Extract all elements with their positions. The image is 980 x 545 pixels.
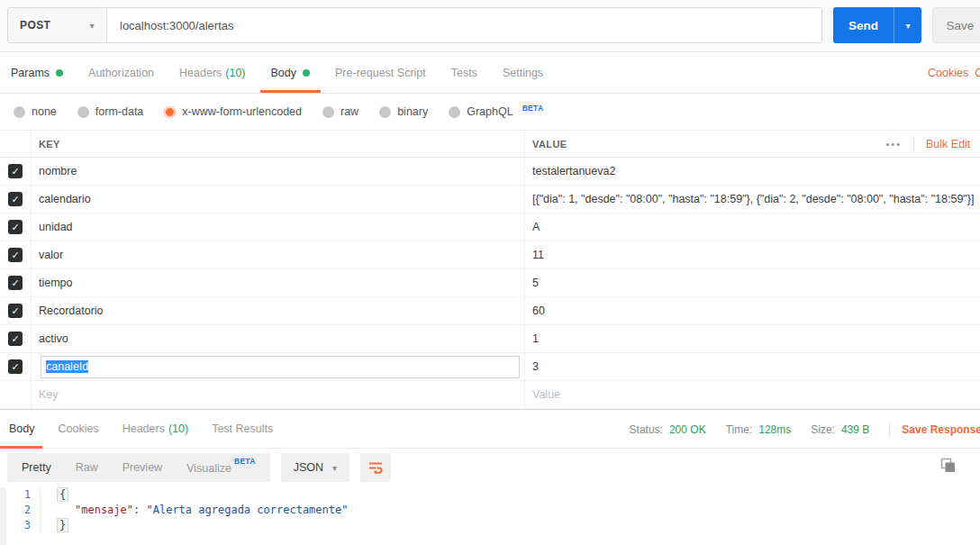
size-label: Size:: [811, 423, 835, 436]
table-row: unidad A: [0, 213, 980, 241]
open-brace[interactable]: {: [57, 487, 68, 502]
tab-params[interactable]: Params: [11, 52, 63, 93]
row-checkbox[interactable]: [8, 359, 23, 374]
value-input-placeholder[interactable]: Value: [525, 381, 980, 408]
chevron-down-icon: ▾: [90, 21, 95, 31]
key-input[interactable]: canaleId: [41, 356, 520, 378]
row-checkbox[interactable]: [8, 164, 23, 178]
view-tab-visualize[interactable]: VisualizeBETA: [186, 460, 256, 475]
response-tab-test-results[interactable]: Test Results: [212, 410, 273, 448]
key-cell[interactable]: nombre: [32, 158, 525, 185]
value-cell[interactable]: testalertanueva2: [525, 158, 980, 185]
bulk-edit-link[interactable]: Bulk Edit: [926, 138, 980, 150]
code-link[interactable]: Code: [975, 67, 980, 79]
method-select[interactable]: POST ▾: [8, 8, 107, 42]
mode-form-data[interactable]: form-data: [77, 105, 144, 118]
selected-text: canaleId: [46, 360, 88, 373]
request-tabs-links: Cookies Code: [928, 52, 980, 93]
view-tab-pretty[interactable]: Pretty: [22, 461, 51, 474]
status-label: Status:: [630, 423, 663, 436]
table-row: calendario [{"dia": 1, "desde": "08:00",…: [0, 186, 980, 213]
value-cell[interactable]: 11: [525, 241, 980, 268]
tab-headers[interactable]: Headers(10): [179, 52, 245, 93]
beta-badge: BETA: [234, 457, 256, 466]
value-cell[interactable]: [{"dia": 1, "desde": "08:00", "hasta": "…: [525, 186, 980, 213]
value-cell[interactable]: 1: [525, 325, 980, 352]
value-cell[interactable]: A: [525, 213, 980, 241]
view-mode-tabs: Pretty Raw Preview VisualizeBETA: [7, 453, 270, 482]
row-checkbox[interactable]: [8, 192, 23, 206]
save-response-link[interactable]: Save Response: [902, 423, 980, 436]
value-cell[interactable]: 5: [525, 269, 980, 296]
row-checkbox[interactable]: [8, 220, 23, 234]
value-cell[interactable]: 3: [525, 353, 980, 380]
response-body-viewer[interactable]: 1 { 2 "mensaje": "Alerta agregada correc…: [0, 487, 980, 545]
table-row: activo 1: [0, 325, 980, 353]
mode-binary[interactable]: binary: [379, 105, 428, 118]
send-label: Send: [833, 7, 894, 43]
chevron-down-icon: ▾: [905, 21, 910, 31]
value-column-header: VALUE: [532, 139, 567, 150]
response-view-toolbar: Pretty Raw Preview VisualizeBETA JSON ▾: [7, 453, 391, 482]
table-row: Recordatorio 60: [0, 297, 980, 325]
green-dot-icon: [303, 69, 310, 77]
more-options-icon[interactable]: •••: [885, 139, 902, 150]
row-checkbox[interactable]: [8, 304, 23, 318]
urlencoded-table: KEY VALUE ••• Bulk Edit nombre testalert…: [0, 130, 980, 409]
key-cell[interactable]: activo: [32, 325, 525, 352]
row-checkbox[interactable]: [8, 276, 23, 290]
tab-tests[interactable]: Tests: [451, 52, 477, 93]
line-number: 1: [0, 487, 40, 503]
radio-icon: [77, 106, 89, 118]
status-badge: 200 OK: [669, 423, 706, 436]
save-button[interactable]: Save: [932, 7, 980, 43]
copy-response-button[interactable]: [940, 458, 957, 474]
view-tab-preview[interactable]: Preview: [122, 461, 162, 474]
code-line: 2 "mensaje": "Alerta agregada correctame…: [0, 503, 980, 518]
json-colon: :: [133, 504, 140, 516]
key-cell[interactable]: valor: [32, 241, 525, 268]
beta-badge: BETA: [522, 104, 544, 113]
headers-count-badge: (10): [225, 67, 245, 79]
response-tab-body[interactable]: Body: [9, 410, 35, 448]
row-checkbox[interactable]: [8, 332, 23, 346]
divider: [889, 422, 890, 437]
table-header-row: KEY VALUE ••• Bulk Edit: [0, 130, 980, 158]
checkbox-column-header: [0, 131, 32, 157]
url-input[interactable]: localhost:3000/alertas: [107, 8, 821, 42]
tab-body[interactable]: Body: [271, 52, 311, 93]
copy-icon: [940, 458, 957, 474]
key-input-placeholder[interactable]: Key: [32, 381, 525, 408]
value-cell[interactable]: 60: [525, 297, 980, 324]
format-select[interactable]: JSON ▾: [281, 453, 349, 482]
code-line: 1 {: [0, 487, 980, 503]
code-line: 3 }: [0, 518, 980, 533]
send-options-button[interactable]: ▾: [894, 7, 921, 43]
tab-pre-request-script[interactable]: Pre-request Script: [335, 52, 426, 93]
tab-settings[interactable]: Settings: [503, 52, 543, 93]
json-key: "mensaje": [75, 504, 133, 516]
close-brace[interactable]: }: [57, 518, 68, 532]
view-tab-raw[interactable]: Raw: [76, 461, 98, 474]
tab-authorization[interactable]: Authorization: [88, 52, 154, 93]
key-cell[interactable]: unidad: [32, 213, 525, 241]
headers-count-badge: (10): [168, 422, 188, 435]
response-tab-headers[interactable]: Headers(10): [122, 410, 188, 448]
response-tab-cookies[interactable]: Cookies: [59, 410, 99, 448]
response-meta: Status: 200 OK Time: 128ms Size: 439 B S…: [630, 410, 980, 449]
row-checkbox[interactable]: [8, 248, 23, 262]
response-panel: Body Cookies Headers(10) Test Results St…: [0, 409, 980, 545]
wrap-lines-button[interactable]: [360, 453, 391, 482]
mode-graphql[interactable]: GraphQLBETA: [449, 105, 543, 118]
key-cell[interactable]: tiempo: [32, 269, 525, 296]
cookies-link[interactable]: Cookies: [928, 67, 968, 79]
chevron-down-icon: ▾: [332, 463, 337, 473]
key-cell[interactable]: Recordatorio: [32, 297, 525, 324]
mode-raw[interactable]: raw: [322, 105, 358, 118]
size-value: 439 B: [841, 423, 869, 436]
mode-x-www-form-urlencoded[interactable]: x-www-form-urlencoded: [164, 105, 302, 118]
mode-none[interactable]: none: [14, 105, 57, 118]
radio-icon: [449, 106, 460, 118]
send-button[interactable]: Send ▾: [833, 7, 921, 43]
key-cell[interactable]: calendario: [32, 186, 525, 213]
